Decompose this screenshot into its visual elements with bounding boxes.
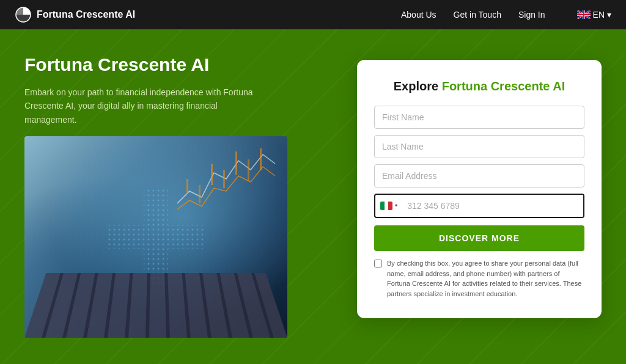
- phone-input[interactable]: [402, 195, 583, 217]
- svg-rect-6: [223, 170, 225, 188]
- brand-name: Fortuna Crescente AI: [37, 9, 135, 20]
- nav-links: About Us Get in Touch Sign In EN ▾: [401, 10, 611, 20]
- flag-uk-icon: [577, 10, 591, 19]
- keyboard-image: [24, 273, 287, 338]
- first-name-input[interactable]: [374, 106, 584, 129]
- phone-field-wrapper: •: [374, 194, 584, 218]
- logo-icon: [15, 6, 32, 23]
- language-selector[interactable]: EN ▾: [577, 10, 611, 20]
- flag-italy-icon: [380, 202, 392, 210]
- consent-text: By checking this box, you agree to share…: [387, 258, 584, 299]
- hero-subtitle: Embark on your path to financial indepen…: [24, 86, 257, 126]
- last-name-input[interactable]: [374, 135, 584, 158]
- form-title: Explore Fortuna Crescente AI: [374, 79, 584, 93]
- email-input[interactable]: [374, 164, 584, 187]
- svg-rect-7: [235, 151, 237, 175]
- svg-rect-5: [211, 164, 213, 185]
- signup-form-card: Explore Fortuna Crescente AI • DISCOVER …: [357, 60, 602, 318]
- consent-checkbox[interactable]: [374, 260, 382, 268]
- nav-get-in-touch[interactable]: Get in Touch: [454, 10, 501, 20]
- language-chevron: ▾: [607, 10, 611, 20]
- brand-logo: Fortuna Crescente AI: [15, 6, 401, 23]
- hero-section: Fortuna Crescente AI Embark on your path…: [0, 29, 626, 364]
- consent-wrapper: By checking this box, you agree to share…: [374, 258, 584, 299]
- nav-sign-in[interactable]: Sign In: [518, 10, 545, 20]
- hero-image: [24, 136, 287, 338]
- svg-rect-9: [260, 148, 262, 170]
- nav-about-us[interactable]: About Us: [401, 10, 436, 20]
- discover-more-button[interactable]: DISCOVER MORE: [374, 225, 584, 251]
- svg-rect-13: [107, 188, 205, 286]
- form-title-plain: Explore: [394, 79, 442, 93]
- flag-dot: •: [395, 202, 397, 210]
- hero-title: Fortuna Crescente AI: [24, 54, 333, 76]
- form-title-accent: Fortuna Crescente AI: [442, 79, 565, 93]
- svg-rect-8: [248, 159, 249, 181]
- dot-matrix-icon: [107, 188, 205, 286]
- phone-flag: •: [375, 202, 402, 210]
- language-label: EN: [593, 10, 605, 20]
- hero-left: Fortuna Crescente AI Embark on your path…: [24, 54, 333, 340]
- navbar: Fortuna Crescente AI About Us Get in Tou…: [0, 0, 626, 29]
